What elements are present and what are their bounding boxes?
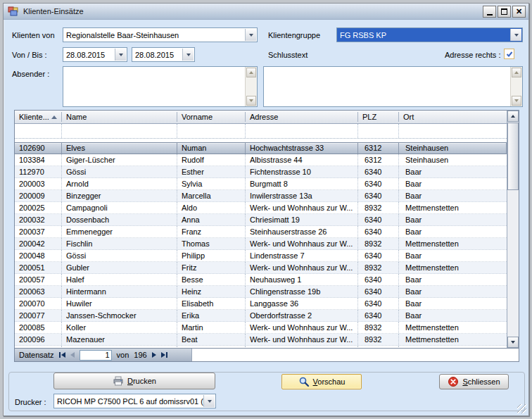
- window-title: Klienten-Einsätze: [23, 7, 84, 15]
- close-button[interactable]: ✕: [512, 6, 526, 18]
- cell-ort: Baar: [399, 214, 507, 225]
- cell-name: Halef: [62, 274, 177, 285]
- dropdown-button[interactable]: [510, 29, 521, 41]
- first-record-icon: [61, 352, 65, 358]
- table-row[interactable]: 112970 Gössi Esther Fichtenstrasse 10 63…: [15, 166, 507, 178]
- table-row[interactable]: 200085 Koller Martin Werk- und Wohnhaus …: [15, 322, 507, 334]
- filter-cell[interactable]: [399, 124, 507, 138]
- scrollbar-thumb[interactable]: [507, 123, 519, 190]
- printer-icon: [113, 375, 124, 387]
- cell-vorname: Beat: [177, 334, 246, 345]
- date-from-picker[interactable]: 28.08.2015: [63, 47, 127, 62]
- column-header-vorname[interactable]: Vorname: [177, 111, 246, 123]
- scroll-up-icon[interactable]: [246, 68, 256, 77]
- filter-cell[interactable]: [358, 124, 399, 138]
- column-header-ort[interactable]: Ort: [399, 111, 507, 123]
- cell-adresse: Fichtenstrasse 10: [246, 166, 358, 177]
- scroll-down-icon[interactable]: [507, 337, 519, 348]
- scroll-up-icon[interactable]: [512, 68, 521, 77]
- schlusstext-textarea[interactable]: [263, 66, 523, 107]
- column-header-klienten-nr[interactable]: Kliente...: [15, 111, 62, 123]
- schliessen-button[interactable]: Schliessen: [439, 374, 509, 389]
- date-to-picker[interactable]: 28.08.2015: [132, 47, 195, 62]
- table-row[interactable]: 200070 Huwiler Elisabeth Langgasse 36 63…: [15, 298, 507, 310]
- drucken-button[interactable]: Drucken: [53, 373, 215, 389]
- table-row[interactable]: 102690 Elves Numan Hochwachtstrasse 33 6…: [15, 142, 507, 154]
- dialog-window: Klienten-Einsätze ✕ Klienten von Regiona…: [3, 3, 529, 416]
- absender-textarea[interactable]: [63, 66, 258, 107]
- filter-cell[interactable]: [15, 124, 62, 138]
- cell-plz: 8932: [358, 262, 399, 273]
- table-row[interactable]: 200051 Gubler Fritz Werk- und Wohnhaus z…: [15, 262, 507, 274]
- cell-vorname: Rudolf: [177, 154, 246, 165]
- column-header-adresse[interactable]: Adresse: [246, 111, 358, 123]
- column-header-plz[interactable]: PLZ: [358, 111, 399, 123]
- cell-plz: 6340: [358, 178, 399, 189]
- grid-vertical-scrollbar[interactable]: [507, 111, 519, 348]
- cell-vorname: Martin: [177, 322, 246, 333]
- filter-cell[interactable]: [62, 124, 177, 138]
- cell-ort: Mettmenstetten: [399, 322, 507, 333]
- cell-vorname: Heinz: [177, 286, 246, 297]
- dropdown-button[interactable]: [182, 49, 194, 61]
- cell-name: Elves: [62, 143, 177, 154]
- minimize-icon: [487, 14, 493, 15]
- last-record-button[interactable]: [161, 352, 167, 358]
- vorschau-button[interactable]: Vorschau: [281, 374, 362, 389]
- table-row[interactable]: 200096 Mazenauer Beat Werk- und Wohnhaus…: [15, 334, 507, 346]
- resize-grip[interactable]: [517, 404, 526, 413]
- minimize-button[interactable]: [483, 6, 496, 18]
- scrollbar[interactable]: [510, 67, 522, 106]
- scrollbar[interactable]: [245, 67, 257, 106]
- sort-ascending-icon: [51, 115, 57, 119]
- adresse-rechts-checkbox[interactable]: [504, 49, 514, 59]
- cell-ort: Steinhausen: [399, 143, 507, 154]
- column-header-name[interactable]: Name: [62, 111, 177, 123]
- grid-header-row: Kliente... Name Vorname Adresse PLZ Ort: [15, 111, 507, 124]
- table-row[interactable]: 200063 Hintermann Heinz Chlingenstrasse …: [15, 286, 507, 298]
- table-row[interactable]: 200009 Binzegger Marcella Inwilerstrasse…: [15, 190, 507, 202]
- table-row[interactable]: 200057 Halef Besse Neuhausweg 1 6340 Baa…: [15, 274, 507, 286]
- cell-name: Hintermann: [62, 286, 177, 297]
- record-position-input[interactable]: [80, 350, 112, 361]
- maximize-button[interactable]: [498, 6, 511, 18]
- filter-cell[interactable]: [246, 124, 358, 138]
- title-bar[interactable]: Klienten-Einsätze ✕: [4, 4, 528, 20]
- table-row[interactable]: 200003 Arnold Sylvia Burgmatt 8 6340 Baa…: [15, 178, 507, 190]
- cell-name: Binzegger: [62, 190, 177, 201]
- cell-name: Arnold: [62, 178, 177, 189]
- cell-name: Huwiler: [62, 298, 177, 309]
- cell-adresse: Oberdorfstrasse 1: [246, 346, 358, 348]
- table-row[interactable]: 200077 Janssen-Schmocker Erika Oberdorfs…: [15, 310, 507, 322]
- cell-plz: 6340: [358, 298, 399, 309]
- von-bis-label: Von / Bis :: [12, 51, 47, 59]
- cell-vorname: Esther: [177, 166, 246, 177]
- klienten-von-label: Klienten von: [12, 31, 55, 39]
- table-row[interactable]: 200042 Fischlin Thomas Werk- und Wohnhau…: [15, 238, 507, 250]
- table-row[interactable]: 103384 Giger-Lüscher Rudolf Albisstrasse…: [15, 154, 507, 166]
- adresse-rechts-label: Adresse rechts :: [445, 51, 500, 59]
- cell-adresse: Langgasse 36: [246, 298, 358, 309]
- table-row[interactable]: 200032 Dossenbach Anna Chriesimatt 19 63…: [15, 214, 507, 226]
- table-row[interactable]: 200048 Gössi Philipp Lindenstrasse 7 634…: [15, 250, 507, 262]
- scroll-up-icon[interactable]: [507, 111, 519, 122]
- drucker-combo[interactable]: RICOH MP C7500 PCL 6 auf domissrv01 (um: [53, 394, 216, 408]
- klienten-von-combo[interactable]: Regionalstelle Baar-Steinhausen: [63, 27, 258, 42]
- previous-record-button[interactable]: [70, 352, 75, 358]
- magnifier-icon: [298, 376, 310, 387]
- klientengruppe-combo[interactable]: FG RSBS KP: [336, 27, 523, 42]
- table-row[interactable]: 200037 Emmenegger Franz Steinhauserstras…: [15, 226, 507, 238]
- filter-cell[interactable]: [177, 124, 246, 138]
- table-row[interactable]: 200112 Nuber Eugen Oberdorfstrasse 1 634…: [15, 346, 507, 348]
- cell-klienten-nr: 200032: [15, 214, 62, 225]
- scroll-down-icon[interactable]: [512, 96, 521, 106]
- scroll-down-icon[interactable]: [246, 96, 256, 106]
- cell-name: Campagnoli: [62, 202, 177, 213]
- cell-vorname: Eugen: [177, 346, 246, 348]
- dropdown-button[interactable]: [115, 49, 126, 61]
- dropdown-button[interactable]: [245, 29, 256, 41]
- first-record-button[interactable]: [59, 352, 65, 358]
- table-row[interactable]: 200025 Campagnoli Aldo Werk- und Wohnhau…: [15, 202, 507, 214]
- next-record-button[interactable]: [152, 352, 156, 358]
- dropdown-button[interactable]: [203, 395, 215, 407]
